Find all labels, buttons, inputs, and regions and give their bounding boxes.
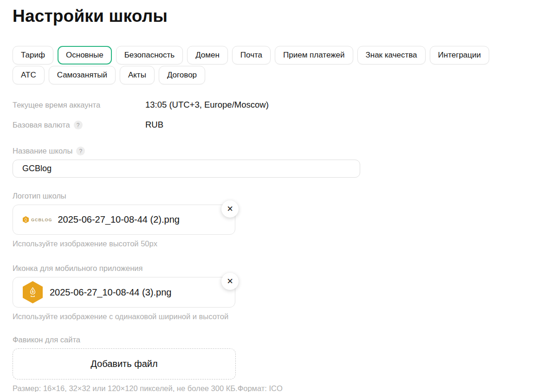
tab-mail[interactable]: Почта [232, 46, 271, 64]
settings-tabs: Тариф Основные Безопасность Домен Почта … [13, 46, 557, 84]
account-time-row: Текущее время аккаунта 13:05 (UTC+3, Eur… [13, 100, 557, 110]
tab-ats[interactable]: АТС [13, 66, 45, 84]
tab-contract[interactable]: Договор [159, 66, 205, 84]
tabs-row-1: Тариф Основные Безопасность Домен Почта … [13, 46, 557, 64]
logo-hint: Используйте изображение высотой 50px [13, 239, 557, 249]
tab-general[interactable]: Основные [58, 46, 112, 64]
base-currency-row: Базовая валюта ? RUB [13, 120, 557, 130]
school-name-label-text: Название школы [13, 147, 72, 155]
school-name-field: Название школы ? [13, 147, 557, 178]
account-info: Текущее время аккаунта 13:05 (UTC+3, Eur… [13, 100, 557, 130]
tab-security[interactable]: Безопасность [116, 46, 183, 64]
tabs-row-2: АТС Самозанятый Акты Договор [13, 66, 557, 84]
app-icon-hint: Используйте изображение с одинаковой шир… [13, 312, 557, 321]
tab-self-employed[interactable]: Самозанятый [49, 66, 116, 84]
logo-file-card: GCBLOG 2025-06-27_10-08-44 (2).png ✕ [13, 205, 235, 235]
school-name-input[interactable] [13, 160, 360, 178]
remove-logo-button[interactable]: ✕ [221, 200, 239, 218]
page-title: Настройки школы [13, 6, 557, 26]
tab-domain[interactable]: Домен [187, 46, 228, 64]
remove-app-icon-button[interactable]: ✕ [221, 273, 239, 290]
logo-thumb-text: GCBLOG [31, 218, 52, 222]
help-icon[interactable]: ? [74, 121, 83, 129]
tab-payments[interactable]: Прием платежей [275, 46, 353, 64]
app-icon-file-card: 2025-06-27_10-08-44 (3).png ✕ [13, 277, 235, 308]
school-logo-label: Логотип школы [13, 192, 557, 200]
pen-nib-icon [28, 287, 38, 298]
app-icon-filename: 2025-06-27_10-08-44 (3).png [50, 287, 171, 298]
base-currency-value: RUB [145, 120, 163, 130]
tab-quality-mark[interactable]: Знак качества [357, 46, 426, 64]
account-time-value: 13:05 (UTC+3, Europe/Moscow) [145, 100, 269, 110]
pen-nib-icon [24, 218, 28, 222]
help-icon[interactable]: ? [76, 147, 85, 155]
app-icon-field: Иконка для мобильного приложения 2025-06… [13, 264, 557, 321]
tab-tariff[interactable]: Тариф [13, 46, 53, 64]
base-currency-label-text: Базовая валюта [13, 121, 70, 129]
account-time-label: Текущее время аккаунта [13, 101, 145, 109]
logo-thumbnail: GCBLOG [23, 216, 52, 223]
add-file-button[interactable]: Добавить файл [13, 348, 236, 379]
favicon-label: Фавикон для сайта [13, 335, 557, 344]
app-icon-label: Иконка для мобильного приложения [13, 264, 557, 273]
base-currency-label: Базовая валюта ? [13, 121, 145, 129]
school-logo-field: Логотип школы GCBLOG 2025-06-27_10-08-44… [13, 192, 557, 249]
favicon-hint: Размер: 16×16, 32×32 или 120×120 пикселе… [13, 384, 307, 392]
favicon-field: Фавикон для сайта Добавить файл Размер: … [13, 335, 557, 392]
tab-integrations[interactable]: Интеграции [430, 46, 490, 64]
logo-filename: 2025-06-27_10-08-44 (2).png [58, 214, 180, 225]
school-settings-page: Настройки школы Тариф Основные Безопасно… [0, 0, 557, 392]
brand-hexagon-icon [23, 216, 29, 223]
tab-acts[interactable]: Акты [120, 66, 155, 84]
school-name-label: Название школы ? [13, 147, 557, 155]
brand-hexagon-icon [23, 281, 43, 303]
